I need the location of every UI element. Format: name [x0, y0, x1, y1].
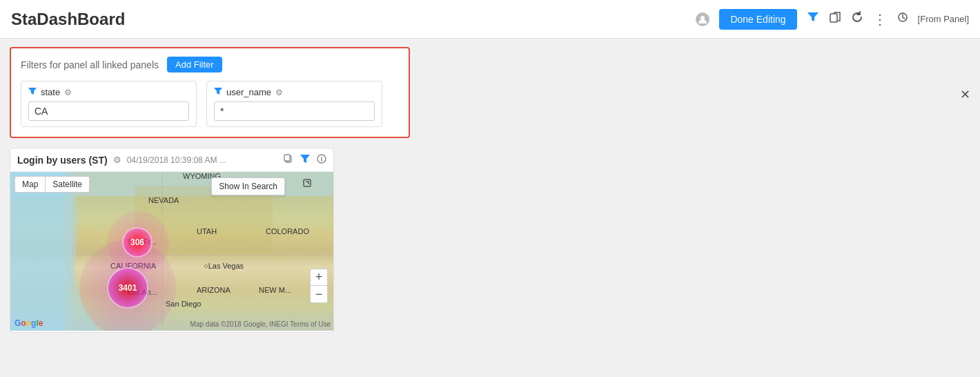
filter-panel: Filters for panel all linked panels Add …	[10, 47, 410, 138]
map-button[interactable]: Map	[14, 176, 46, 193]
map-panel-header: Login by users (ST) ⚙ 04/19/2018 10:39:0…	[10, 148, 333, 172]
header-actions: Done Editing ⋮ [From Panel]	[696, 9, 969, 30]
filter-funnel-icon	[28, 87, 37, 97]
username-filter-label: user_name	[226, 87, 271, 97]
zoom-in-button[interactable]: +	[311, 269, 327, 286]
username-filter-field: user_name ⚙	[206, 81, 382, 127]
map-attribution: Map data ©2018 Google, INEGI Terms of Us…	[190, 320, 331, 328]
show-in-search-label: Show In Search	[219, 182, 277, 191]
olasveg-label: ○Las Vegas	[204, 262, 244, 270]
zoom-controls: + −	[310, 269, 328, 303]
username-filter-header: user_name ⚙	[214, 87, 375, 97]
map-info-icon[interactable]	[317, 154, 326, 166]
svg-rect-1	[830, 14, 837, 22]
map-panel-title: Login by users (ST)	[17, 155, 108, 166]
state-gear-icon[interactable]: ⚙	[64, 88, 72, 97]
username-filter-input[interactable]	[214, 102, 375, 121]
state-filter-header: state ⚙	[28, 87, 189, 97]
svg-rect-12	[304, 180, 311, 186]
svg-rect-4	[284, 155, 290, 161]
add-filter-button[interactable]: Add Filter	[167, 57, 222, 72]
more-options-icon[interactable]: ⋮	[873, 11, 888, 28]
colorado-label: COLORADO	[266, 227, 309, 235]
app-title: StaDashBoard	[11, 10, 687, 29]
map-copy-icon[interactable]	[284, 154, 293, 166]
cluster-306[interactable]: 306	[122, 227, 153, 258]
filter-panel-label: Filters for panel all linked panels	[21, 59, 159, 70]
newm-label: NEW M...	[259, 286, 291, 294]
user-avatar-icon	[696, 12, 709, 26]
google-logo: Google	[14, 318, 43, 328]
map-panel-icons	[284, 154, 326, 166]
clock-icon	[897, 12, 908, 26]
filter-fields: state ⚙ user_name ⚙	[21, 81, 399, 127]
utah-label: UTAH	[197, 227, 217, 235]
refresh-icon[interactable]	[851, 11, 863, 27]
map-panel: Login by users (ST) ⚙ 04/19/2018 10:39:0…	[10, 148, 334, 333]
state-filter-label: state	[41, 87, 60, 97]
map-filter-icon[interactable]	[300, 154, 310, 166]
close-filter-panel-button[interactable]: ✕	[960, 87, 970, 102]
map-settings-icon[interactable]: ⚙	[113, 155, 121, 165]
map-panel-date: 04/19/2018 10:39:08 AM ...	[127, 155, 278, 165]
share-icon[interactable]	[829, 11, 841, 27]
expand-icon[interactable]	[302, 177, 313, 191]
cluster-3401-label: 3401	[119, 283, 137, 293]
state-filter-field: state ⚙	[21, 81, 197, 127]
filter-funnel-icon-2	[214, 87, 222, 97]
cluster-306-label: 306	[130, 238, 144, 247]
main-content: Filters for panel all linked panels Add …	[0, 39, 980, 377]
cluster-3401[interactable]: 3401	[107, 267, 148, 309]
filter-panel-header: Filters for panel all linked panels Add …	[21, 57, 399, 72]
done-editing-button[interactable]: Done Editing	[719, 9, 796, 30]
header: StaDashBoard Done Editing ⋮ [From Panel]	[0, 0, 980, 39]
satellite-button[interactable]: Satellite	[46, 176, 90, 193]
show-in-search-tooltip[interactable]: Show In Search	[211, 177, 285, 195]
nevada-label: NEVADA	[148, 196, 179, 204]
map-area[interactable]: NEVADA UTAH COLORADO CALIFORNIA ○Las Veg…	[10, 172, 333, 331]
map-type-controls: Map Satellite	[14, 176, 90, 193]
username-gear-icon[interactable]: ⚙	[275, 88, 283, 97]
map-background: NEVADA UTAH COLORADO CALIFORNIA ○Las Veg…	[10, 172, 333, 331]
zoom-out-button[interactable]: −	[311, 286, 327, 302]
state-filter-input[interactable]	[28, 102, 189, 121]
filter-icon[interactable]	[807, 11, 819, 27]
from-panel-label: [From Panel]	[918, 14, 969, 24]
arizona-label: ARIZONA	[197, 286, 231, 294]
